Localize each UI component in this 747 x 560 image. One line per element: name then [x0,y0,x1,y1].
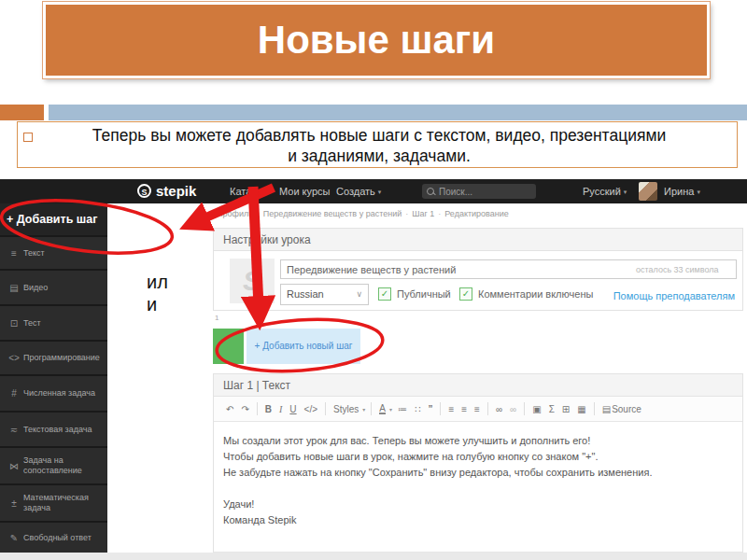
sidebar-item-video[interactable]: ▤ Видео [0,269,107,304]
sidebar-item-numeric-task[interactable]: # Численная задача [0,374,107,411]
video-icon: ▤ [5,283,23,293]
align-left-icon[interactable]: ≡ [448,404,454,414]
editor-toolbar: ↶ ↷ B I U </> Styles ▾ A ▾ ≔ ∷ ” ≡ ≡ ≡ ∞… [214,397,742,422]
toolbar-divider [524,402,525,415]
text-task-icon: ≂ [5,425,23,435]
stepik-logo[interactable]: stepik [156,183,196,199]
chevron-down-icon: ▾ [378,189,382,195]
language-select[interactable]: Russian ∨ [280,284,369,305]
add-new-step-button[interactable]: + Добавить новый шаг [247,329,360,364]
chars-left-hint: осталось 33 символа [636,265,719,274]
math-task-icon: ± [5,498,23,509]
slide-bullet-text: Теперь вы можете добавлять новые шаги с … [28,125,730,166]
underline-button[interactable]: U [289,404,296,414]
sidebar-item-math-task[interactable]: ± Математическая задача [0,483,107,521]
presentation-slide: Новые шаги Теперь вы можете добавлять но… [0,0,747,560]
text-color-button[interactable]: A [379,404,386,414]
redo-icon[interactable]: ↷ [241,404,248,414]
numeric-task-icon: # [5,388,23,399]
chevron-down-icon[interactable]: ▾ [362,406,365,413]
sidebar-item-text-task[interactable]: ≂ Текстовая задача [0,411,107,446]
accent-blue-strip [49,105,747,120]
user-menu[interactable]: Ирина▾ [664,186,700,197]
undo-icon[interactable]: ↶ [226,404,233,414]
comments-checkbox[interactable]: ✓ Комментарии включены [459,287,593,301]
slide-title: Новые шаги [46,5,707,76]
breadcrumb-profile[interactable]: Профиль [217,209,253,218]
table-icon[interactable]: ⊞ [562,404,570,414]
bullet-line-1: Теперь вы можете добавлять новые шаги с … [28,125,730,146]
add-step-button[interactable]: + Добавить шаг [0,203,107,235]
chevron-down-icon: ▾ [697,189,700,195]
unlink-icon[interactable]: ∞ [510,404,516,414]
breadcrumb-step[interactable]: Шаг 1 [412,209,434,218]
or-label: или [147,271,175,315]
bullet-line-2: и заданиями, задачами. [28,146,730,166]
public-checkbox[interactable]: ✓ Публичный [378,287,451,301]
stepik-logo-icon[interactable]: S [137,184,151,198]
source-button[interactable]: Source [612,404,641,414]
toolbar-divider [371,402,372,415]
unordered-list-icon[interactable]: ∷ [415,404,420,414]
sidebar-item-text[interactable]: ≡ Текст [0,235,107,269]
quiz-icon: ⊡ [5,318,23,329]
step-editor-panel: Шаг 1 | Текст ↶ ↷ B I U </> Styles ▾ A ▾… [213,373,743,553]
code-icon: <> [5,353,23,363]
sidebar-item-quiz[interactable]: ⊡ Тест [0,304,107,340]
lesson-settings-panel: Настройки урока S осталось 33 символа Ru… [213,228,743,311]
search-input[interactable] [422,184,536,199]
nav-item-create[interactable]: Создать▾ [336,186,381,197]
toolbar-divider [325,402,326,415]
chevron-down-icon: ▾ [624,189,627,195]
align-center-icon[interactable]: ≡ [461,404,467,414]
editor-line: Мы создали этот урок для вас. Теперь вы … [223,433,729,449]
bold-button[interactable]: B [265,404,272,414]
toolbar-divider [487,402,488,415]
accent-orange-block [0,105,44,120]
toolbar-divider [440,402,441,415]
slide-title-banner: Новые шаги [43,2,710,78]
avatar[interactable] [639,182,657,201]
language-selector[interactable]: Русский▾ [583,186,627,197]
link-icon[interactable]: ∞ [496,404,502,414]
breadcrumb-edit: Редактирование [444,209,509,218]
chevron-down-icon: ∨ [356,285,362,304]
styles-dropdown[interactable]: Styles [333,404,359,414]
editor-text-area[interactable]: Мы создали этот урок для вас. Теперь вы … [214,422,742,552]
checkbox-checked-icon: ✓ [378,287,391,301]
sidebar-item-free-answer[interactable]: ✎ Свободный ответ [0,521,107,553]
slide-bottom-strip [0,553,747,560]
formula-icon[interactable]: Σ [549,404,555,414]
checkbox-checked-icon: ✓ [459,287,472,301]
sidebar-item-programming[interactable]: <> Программирование [0,340,107,374]
toolbar-divider [594,402,595,415]
table-properties-icon[interactable]: ▦ [577,404,585,414]
current-step-tab[interactable] [213,329,244,364]
italic-button[interactable]: I [279,404,282,414]
step-type-sidebar: + Добавить шаг ≡ Текст ▤ Видео ⊡ Тест <>… [0,203,107,553]
text-icon: ≡ [5,248,23,259]
code-button[interactable]: </> [304,404,317,414]
nav-item-catalog[interactable]: Каталог [230,186,267,197]
breadcrumb-lesson[interactable]: Передвижение веществ у растений [263,209,402,218]
stepik-navbar: S stepik Каталог Мои курсы Создать▾ Русс… [0,179,747,203]
toolbar-divider [257,402,258,415]
free-answer-icon: ✎ [5,533,23,543]
editor-line [223,481,729,497]
ordered-list-icon[interactable]: ≔ [398,404,407,414]
editor-line: Не забудьте нажать на кнопку "Сохранить"… [223,465,729,481]
matching-task-icon: ⋈ [5,461,23,471]
chevron-down-icon[interactable]: ▾ [389,406,392,413]
sidebar-item-matching-task[interactable]: ⋈ Задача на сопоставление [0,446,107,483]
blockquote-icon[interactable]: ” [428,404,432,414]
editor-line: Чтобы добавить новые шаги в урок, нажмит… [223,449,729,465]
editor-line: Команда Stepik [223,512,729,528]
source-icon[interactable]: ▤ [602,404,611,414]
image-icon[interactable]: ▣ [532,404,541,414]
editor-panel-title: Шаг 1 | Текст [214,374,742,397]
teacher-help-link[interactable]: Помощь преподавателям [613,290,735,301]
align-right-icon[interactable]: ≡ [474,404,480,414]
nav-item-my-courses[interactable]: Мои курсы [279,186,330,197]
lesson-thumbnail: S [230,259,275,303]
editor-line: Удачи! [223,497,729,512]
